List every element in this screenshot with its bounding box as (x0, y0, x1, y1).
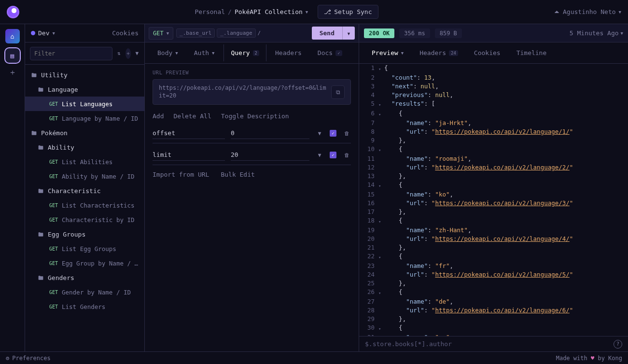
tab-auth[interactable]: Auth▼ (187, 44, 222, 61)
tab-body[interactable]: Body▼ (151, 44, 185, 61)
folder-label: Characteristic (48, 187, 101, 195)
param-name-input[interactable]: offset (153, 127, 225, 139)
url-preview-value: https://pokeapi.co/api/v2/language/?offs… (159, 84, 327, 99)
sidebar-endpoint[interactable]: GETEgg Group by Name / … (25, 256, 144, 270)
fold-toggle[interactable]: ▾ (378, 288, 384, 297)
json-line: 10 ▾ { (359, 145, 628, 154)
sidebar-folder-genders[interactable]: Genders (25, 270, 144, 285)
url-chip-base: _.base_url (176, 28, 215, 38)
url-input[interactable]: _.base_url _.language / (176, 28, 309, 38)
rail-add-button[interactable]: ＋ (9, 68, 16, 78)
sidebar-endpoint[interactable]: GETList Languages (25, 97, 144, 111)
param-enabled-checkbox[interactable]: ✓ (330, 152, 336, 158)
sidebar-endpoint[interactable]: GETList Abilities (25, 154, 144, 169)
sidebar-endpoint[interactable]: GETGender by Name / ID (25, 285, 144, 299)
sidebar-folder-utility[interactable]: Utility (25, 68, 144, 82)
sidebar-folder-characteristic[interactable]: Characteristic (25, 183, 144, 198)
breadcrumb[interactable]: Personal / PokéAPI Collection ▼ (195, 8, 308, 15)
query-add-button[interactable]: Add (153, 112, 164, 120)
rail-workspace-active[interactable]: ▤ (5, 48, 20, 63)
sidebar-folder-ability[interactable]: Ability (25, 140, 144, 154)
json-path-input[interactable]: $.store.books[*].author (365, 340, 452, 348)
chevron-down-icon: ▼ (347, 31, 351, 36)
create-button[interactable]: ＋ (126, 48, 131, 59)
cookies-link[interactable]: Cookies (112, 29, 139, 37)
line-number: 20 (359, 235, 378, 243)
fold-toggle (378, 163, 384, 164)
fold-toggle[interactable]: ▾ (378, 216, 384, 226)
tab-timeline[interactable]: Timeline (510, 44, 554, 61)
sidebar-endpoint[interactable]: GETList Characteristics (25, 198, 144, 212)
tab-preview[interactable]: Preview▼ (365, 44, 411, 61)
fold-toggle[interactable]: ▾ (378, 181, 384, 190)
param-name-input[interactable]: limit (153, 149, 225, 161)
fold-toggle[interactable]: ▾ (378, 99, 384, 109)
send-menu-button[interactable]: ▼ (342, 27, 355, 40)
line-number: 25 (359, 279, 378, 288)
fold-toggle[interactable]: ▾ (378, 109, 384, 119)
fold-toggle (378, 208, 384, 209)
create-menu-chevron[interactable]: ▼ (135, 48, 140, 59)
json-line: 3 "next": null, (359, 82, 628, 91)
chevron-down-icon: ▼ (175, 51, 178, 56)
sort-button[interactable]: ⇅ (116, 48, 122, 59)
sidebar-folder-egg-groups[interactable]: Egg Groups (25, 227, 144, 241)
json-line: 6 ▾ { (359, 109, 628, 119)
param-value-input[interactable]: 20 (231, 149, 309, 161)
json-line: 30 ▾ { (359, 323, 628, 333)
line-number: 26 (359, 288, 378, 296)
fold-toggle (378, 297, 384, 298)
response-history-button[interactable]: 5 Minutes Ago ▼ (570, 29, 623, 37)
line-number: 30 (359, 323, 378, 332)
sidebar-folder-pok-mon[interactable]: Pokémon (25, 126, 144, 140)
setup-sync-label: Setup Sync (334, 8, 372, 15)
send-button[interactable]: Send (312, 27, 342, 40)
setup-sync-button[interactable]: ⎇ Setup Sync (318, 5, 378, 19)
param-delete-button[interactable]: 🗑 (342, 128, 351, 139)
line-number: 1 (359, 64, 378, 72)
fold-toggle[interactable]: ▾ (378, 145, 384, 154)
home-icon: ⌂ (11, 33, 14, 40)
response-time: 356 ms (399, 28, 430, 38)
endpoint-label: List Genders (62, 303, 105, 310)
tab-response-cookies[interactable]: Cookies (467, 44, 508, 61)
query-toggle-desc-button[interactable]: Toggle Description (221, 112, 289, 120)
json-line: 27 "name": "de", (359, 297, 628, 306)
user-menu[interactable]: ⏶ Agustinho Neto ▼ (554, 8, 621, 15)
param-enabled-checkbox[interactable]: ✓ (330, 130, 336, 137)
fold-toggle[interactable]: ▾ (378, 64, 384, 73)
param-delete-button[interactable]: 🗑 (342, 150, 351, 160)
help-icon[interactable]: ? (614, 340, 622, 349)
fold-toggle (378, 119, 384, 120)
sidebar-endpoint[interactable]: GETAbility by Name / ID (25, 169, 144, 183)
sidebar-endpoint[interactable]: GETLanguage by Name / ID (25, 111, 144, 126)
line-number: 4 (359, 91, 378, 99)
param-value-input[interactable]: 0 (231, 127, 309, 139)
param-menu-button[interactable]: ▼ (315, 128, 324, 139)
sidebar-filter-input[interactable] (30, 47, 112, 60)
fold-toggle[interactable]: ▾ (378, 252, 384, 262)
fold-toggle (378, 154, 384, 155)
fold-toggle[interactable]: ▾ (378, 323, 384, 333)
tab-headers[interactable]: Headers (268, 44, 309, 61)
preferences-button[interactable]: Preferences (12, 355, 50, 362)
json-line: 12 "url": "https://pokeapi.co/api/v2/lan… (359, 163, 628, 172)
tab-query[interactable]: Query 2 (223, 44, 266, 61)
environment-selector[interactable]: Dev ▼ (31, 29, 112, 37)
import-from-url-button[interactable]: Import from URL (153, 171, 209, 178)
rail-home[interactable]: ⌂ (5, 29, 20, 43)
tab-response-headers[interactable]: Headers24 (413, 44, 465, 61)
bulk-edit-button[interactable]: Bulk Edit (221, 171, 254, 178)
method-selector[interactable]: GET ▼ (149, 27, 173, 40)
response-json-viewer[interactable]: 1 ▾ { 2 "count": 13, 3 "next": null, 4 "… (359, 64, 628, 336)
breadcrumb-collection: PokéAPI Collection (235, 8, 303, 15)
query-delete-all-button[interactable]: Delete All (173, 112, 211, 120)
param-menu-button[interactable]: ▼ (315, 150, 324, 160)
sidebar-endpoint[interactable]: GETList Egg Groups (25, 241, 144, 256)
sidebar-endpoint[interactable]: GETCharacteristic by ID (25, 212, 144, 227)
sidebar-folder-language[interactable]: Language (25, 82, 144, 97)
tab-docs[interactable]: Docs✓ (311, 44, 349, 61)
sidebar-endpoint[interactable]: GETList Genders (25, 299, 144, 314)
copy-url-button[interactable]: ⧉ (331, 85, 345, 99)
json-line: 28 "url": "https://pokeapi.co/api/v2/lan… (359, 306, 628, 315)
